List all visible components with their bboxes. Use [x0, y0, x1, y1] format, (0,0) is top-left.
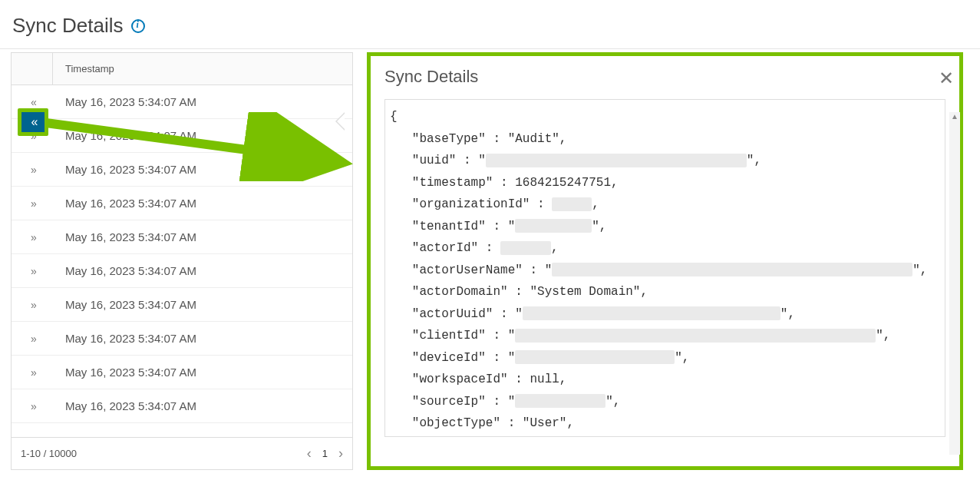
- table-header: Timestamp: [12, 53, 352, 85]
- content: Timestamp «May 16, 2023 5:34:07 AM»May 1…: [0, 49, 980, 470]
- json-line: "timestamp" : 1684215247751,: [390, 172, 940, 194]
- expand-row-icon[interactable]: »: [12, 400, 53, 412]
- redacted-value: [515, 350, 675, 364]
- json-line: "actorDomain" : "System Domain",: [390, 281, 940, 303]
- pager: ‹ 1 ›: [307, 445, 343, 462]
- table-row[interactable]: »May 16, 2023 5:34:07 AM: [12, 288, 352, 322]
- redacted-value: [500, 241, 551, 255]
- expand-row-icon[interactable]: »: [12, 366, 53, 379]
- table-row[interactable]: »May 16, 2023 5:34:07 AM: [12, 322, 352, 356]
- collapse-all-button[interactable]: «: [18, 108, 48, 136]
- expand-row-icon[interactable]: »: [12, 333, 53, 345]
- json-line: "actorUuid" : "",: [390, 303, 940, 326]
- table-row[interactable]: «May 16, 2023 5:34:07 AM: [12, 85, 352, 119]
- table-row[interactable]: »May 16, 2023 5:34:07 AM: [12, 187, 352, 220]
- page-number: 1: [322, 448, 328, 459]
- timestamp-cell: May 16, 2023 5:34:07 AM: [53, 366, 196, 379]
- json-line: "workspaceId" : null,: [390, 369, 940, 391]
- json-viewer[interactable]: { "baseType" : "Audit", "uuid" : "", "ti…: [384, 99, 945, 437]
- timestamp-cell: May 16, 2023 5:34:07 AM: [53, 230, 196, 243]
- row-range: 1-10 / 10000: [21, 448, 77, 459]
- timestamp-table: Timestamp «May 16, 2023 5:34:07 AM»May 1…: [11, 52, 353, 470]
- scroll-up-icon[interactable]: ▲: [949, 112, 960, 123]
- th-expand: [12, 53, 53, 84]
- table-row[interactable]: »May 16, 2023 5:34:07 AM: [12, 119, 352, 153]
- timestamp-cell: May 16, 2023 5:34:07 AM: [53, 399, 196, 412]
- info-icon[interactable]: [131, 19, 145, 33]
- json-line: "baseType" : "Audit",: [390, 128, 940, 151]
- json-line: "deviceId" : "",: [390, 347, 940, 369]
- json-line: "objectType" : "User",: [390, 412, 940, 435]
- table-row[interactable]: »May 16, 2023 5:34:07 AM: [12, 153, 352, 187]
- panel-pointer: [335, 112, 345, 131]
- timestamp-cell: May 16, 2023 5:34:07 AM: [53, 197, 196, 210]
- close-icon[interactable]: ✕: [939, 68, 954, 89]
- table-body: «May 16, 2023 5:34:07 AM»May 16, 2023 5:…: [12, 85, 352, 437]
- detail-wrap: Sync Details { "baseType" : "Audit", "uu…: [362, 52, 980, 470]
- table-row[interactable]: »May 16, 2023 5:34:07 AM: [12, 254, 352, 288]
- json-line: "sourceIp" : "",: [390, 391, 940, 413]
- redacted-value: [515, 219, 592, 233]
- json-line: "tenantId" : "",: [390, 216, 940, 238]
- redacted-value: [515, 329, 876, 343]
- json-line: "uuid" : "",: [390, 150, 940, 172]
- timestamp-cell: May 16, 2023 5:34:07 AM: [53, 95, 196, 108]
- page-title: Sync Details: [0, 0, 980, 48]
- next-page-button[interactable]: ›: [338, 445, 343, 462]
- title-text: Sync Details: [12, 14, 124, 38]
- timestamp-cell: May 16, 2023 5:34:07 AM: [53, 264, 196, 277]
- table-footer: 1-10 / 10000 ‹ 1 ›: [12, 437, 352, 469]
- redacted-value: [486, 154, 747, 167]
- table-row[interactable]: »May 16, 2023 5:34:07 AM: [12, 389, 352, 423]
- table-row[interactable]: »May 16, 2023 5:34:07 AM: [12, 356, 352, 389]
- json-line: "actorId" : ,: [390, 237, 940, 260]
- th-timestamp[interactable]: Timestamp: [53, 63, 114, 74]
- timestamp-cell: May 16, 2023 5:34:07 AM: [53, 298, 196, 311]
- collapse-row-icon[interactable]: «: [12, 96, 53, 108]
- expand-row-icon[interactable]: »: [12, 231, 53, 243]
- prev-page-button[interactable]: ‹: [307, 445, 312, 462]
- expand-row-icon[interactable]: »: [12, 164, 53, 176]
- detail-panel: Sync Details { "baseType" : "Audit", "uu…: [367, 52, 963, 470]
- json-line: "organizationId" : ,: [390, 194, 940, 216]
- json-line: "actorUserName" : "",: [390, 260, 940, 282]
- detail-title: Sync Details: [384, 67, 945, 87]
- scrollbar[interactable]: ▲: [949, 112, 960, 455]
- timestamp-cell: May 16, 2023 5:34:07 AM: [53, 332, 196, 345]
- json-line: "clientId" : "",: [390, 325, 940, 347]
- json-line: {: [390, 106, 940, 128]
- redacted-value: [523, 306, 780, 320]
- expand-row-icon[interactable]: »: [12, 197, 53, 210]
- redacted-value: [552, 197, 592, 211]
- expand-row-icon[interactable]: »: [12, 265, 53, 277]
- json-line: "objectId" : "",: [390, 435, 940, 438]
- timestamp-cell: May 16, 2023 5:34:07 AM: [53, 129, 196, 142]
- timestamp-cell: May 16, 2023 5:34:07 AM: [53, 163, 196, 176]
- table-row[interactable]: »May 16, 2023 5:34:07 AM: [12, 220, 352, 254]
- redacted-value: [552, 263, 912, 276]
- redacted-value: [515, 394, 605, 408]
- expand-row-icon[interactable]: »: [12, 299, 53, 311]
